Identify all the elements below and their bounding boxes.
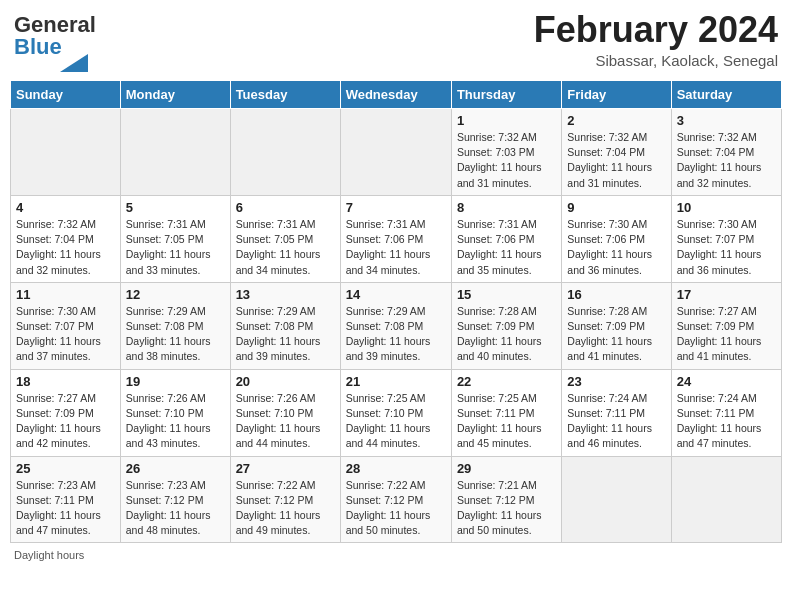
day-number: 20 <box>236 374 335 389</box>
day-cell: 23Sunrise: 7:24 AM Sunset: 7:11 PM Dayli… <box>562 369 671 456</box>
month-title: February 2024 <box>534 10 778 50</box>
day-cell <box>230 109 340 196</box>
day-number: 1 <box>457 113 556 128</box>
logo-text: General Blue <box>14 14 96 58</box>
day-cell <box>562 456 671 543</box>
svg-marker-0 <box>60 54 88 72</box>
day-number: 9 <box>567 200 665 215</box>
day-info: Sunrise: 7:27 AM Sunset: 7:09 PM Dayligh… <box>16 391 115 452</box>
day-info: Sunrise: 7:25 AM Sunset: 7:10 PM Dayligh… <box>346 391 446 452</box>
day-info: Sunrise: 7:31 AM Sunset: 7:05 PM Dayligh… <box>126 217 225 278</box>
day-number: 26 <box>126 461 225 476</box>
day-info: Sunrise: 7:23 AM Sunset: 7:11 PM Dayligh… <box>16 478 115 539</box>
day-cell: 1Sunrise: 7:32 AM Sunset: 7:03 PM Daylig… <box>451 109 561 196</box>
column-header-tuesday: Tuesday <box>230 81 340 109</box>
day-number: 3 <box>677 113 776 128</box>
day-info: Sunrise: 7:22 AM Sunset: 7:12 PM Dayligh… <box>236 478 335 539</box>
day-cell <box>11 109 121 196</box>
day-cell: 2Sunrise: 7:32 AM Sunset: 7:04 PM Daylig… <box>562 109 671 196</box>
day-number: 14 <box>346 287 446 302</box>
day-cell: 7Sunrise: 7:31 AM Sunset: 7:06 PM Daylig… <box>340 195 451 282</box>
day-info: Sunrise: 7:23 AM Sunset: 7:12 PM Dayligh… <box>126 478 225 539</box>
column-header-monday: Monday <box>120 81 230 109</box>
day-number: 19 <box>126 374 225 389</box>
day-number: 4 <box>16 200 115 215</box>
title-block: February 2024 Sibassar, Kaolack, Senegal <box>534 10 778 69</box>
day-cell: 14Sunrise: 7:29 AM Sunset: 7:08 PM Dayli… <box>340 282 451 369</box>
calendar-table: SundayMondayTuesdayWednesdayThursdayFrid… <box>10 80 782 543</box>
day-info: Sunrise: 7:32 AM Sunset: 7:04 PM Dayligh… <box>677 130 776 191</box>
day-info: Sunrise: 7:31 AM Sunset: 7:05 PM Dayligh… <box>236 217 335 278</box>
day-cell: 5Sunrise: 7:31 AM Sunset: 7:05 PM Daylig… <box>120 195 230 282</box>
day-number: 25 <box>16 461 115 476</box>
day-info: Sunrise: 7:30 AM Sunset: 7:07 PM Dayligh… <box>16 304 115 365</box>
header-row: SundayMondayTuesdayWednesdayThursdayFrid… <box>11 81 782 109</box>
day-cell: 12Sunrise: 7:29 AM Sunset: 7:08 PM Dayli… <box>120 282 230 369</box>
day-number: 6 <box>236 200 335 215</box>
day-cell <box>120 109 230 196</box>
day-info: Sunrise: 7:26 AM Sunset: 7:10 PM Dayligh… <box>236 391 335 452</box>
day-number: 29 <box>457 461 556 476</box>
day-info: Sunrise: 7:32 AM Sunset: 7:04 PM Dayligh… <box>567 130 665 191</box>
day-cell: 20Sunrise: 7:26 AM Sunset: 7:10 PM Dayli… <box>230 369 340 456</box>
day-number: 10 <box>677 200 776 215</box>
day-info: Sunrise: 7:32 AM Sunset: 7:04 PM Dayligh… <box>16 217 115 278</box>
day-info: Sunrise: 7:30 AM Sunset: 7:06 PM Dayligh… <box>567 217 665 278</box>
day-info: Sunrise: 7:22 AM Sunset: 7:12 PM Dayligh… <box>346 478 446 539</box>
day-info: Sunrise: 7:28 AM Sunset: 7:09 PM Dayligh… <box>457 304 556 365</box>
day-cell: 24Sunrise: 7:24 AM Sunset: 7:11 PM Dayli… <box>671 369 781 456</box>
day-info: Sunrise: 7:29 AM Sunset: 7:08 PM Dayligh… <box>236 304 335 365</box>
day-info: Sunrise: 7:27 AM Sunset: 7:09 PM Dayligh… <box>677 304 776 365</box>
week-row-1: 1Sunrise: 7:32 AM Sunset: 7:03 PM Daylig… <box>11 109 782 196</box>
logo: General Blue <box>14 14 96 72</box>
day-cell: 17Sunrise: 7:27 AM Sunset: 7:09 PM Dayli… <box>671 282 781 369</box>
day-info: Sunrise: 7:29 AM Sunset: 7:08 PM Dayligh… <box>126 304 225 365</box>
week-row-4: 18Sunrise: 7:27 AM Sunset: 7:09 PM Dayli… <box>11 369 782 456</box>
day-cell: 25Sunrise: 7:23 AM Sunset: 7:11 PM Dayli… <box>11 456 121 543</box>
day-number: 17 <box>677 287 776 302</box>
logo-icon <box>60 54 88 72</box>
day-number: 11 <box>16 287 115 302</box>
day-cell: 8Sunrise: 7:31 AM Sunset: 7:06 PM Daylig… <box>451 195 561 282</box>
day-info: Sunrise: 7:21 AM Sunset: 7:12 PM Dayligh… <box>457 478 556 539</box>
day-cell: 28Sunrise: 7:22 AM Sunset: 7:12 PM Dayli… <box>340 456 451 543</box>
day-info: Sunrise: 7:24 AM Sunset: 7:11 PM Dayligh… <box>677 391 776 452</box>
day-cell: 27Sunrise: 7:22 AM Sunset: 7:12 PM Dayli… <box>230 456 340 543</box>
day-number: 18 <box>16 374 115 389</box>
week-row-2: 4Sunrise: 7:32 AM Sunset: 7:04 PM Daylig… <box>11 195 782 282</box>
week-row-5: 25Sunrise: 7:23 AM Sunset: 7:11 PM Dayli… <box>11 456 782 543</box>
day-number: 22 <box>457 374 556 389</box>
day-info: Sunrise: 7:31 AM Sunset: 7:06 PM Dayligh… <box>346 217 446 278</box>
column-header-saturday: Saturday <box>671 81 781 109</box>
day-info: Sunrise: 7:32 AM Sunset: 7:03 PM Dayligh… <box>457 130 556 191</box>
day-info: Sunrise: 7:29 AM Sunset: 7:08 PM Dayligh… <box>346 304 446 365</box>
page-header: General Blue February 2024 Sibassar, Kao… <box>10 10 782 72</box>
day-cell: 3Sunrise: 7:32 AM Sunset: 7:04 PM Daylig… <box>671 109 781 196</box>
day-cell: 26Sunrise: 7:23 AM Sunset: 7:12 PM Dayli… <box>120 456 230 543</box>
day-cell <box>671 456 781 543</box>
day-cell: 4Sunrise: 7:32 AM Sunset: 7:04 PM Daylig… <box>11 195 121 282</box>
day-number: 2 <box>567 113 665 128</box>
day-number: 13 <box>236 287 335 302</box>
day-info: Sunrise: 7:31 AM Sunset: 7:06 PM Dayligh… <box>457 217 556 278</box>
footer-note: Daylight hours <box>10 549 782 561</box>
column-header-thursday: Thursday <box>451 81 561 109</box>
day-number: 24 <box>677 374 776 389</box>
day-number: 5 <box>126 200 225 215</box>
day-cell: 22Sunrise: 7:25 AM Sunset: 7:11 PM Dayli… <box>451 369 561 456</box>
day-number: 23 <box>567 374 665 389</box>
day-cell: 18Sunrise: 7:27 AM Sunset: 7:09 PM Dayli… <box>11 369 121 456</box>
day-cell: 21Sunrise: 7:25 AM Sunset: 7:10 PM Dayli… <box>340 369 451 456</box>
day-info: Sunrise: 7:24 AM Sunset: 7:11 PM Dayligh… <box>567 391 665 452</box>
column-header-friday: Friday <box>562 81 671 109</box>
day-cell: 16Sunrise: 7:28 AM Sunset: 7:09 PM Dayli… <box>562 282 671 369</box>
day-number: 28 <box>346 461 446 476</box>
day-info: Sunrise: 7:28 AM Sunset: 7:09 PM Dayligh… <box>567 304 665 365</box>
day-info: Sunrise: 7:30 AM Sunset: 7:07 PM Dayligh… <box>677 217 776 278</box>
column-header-sunday: Sunday <box>11 81 121 109</box>
day-info: Sunrise: 7:25 AM Sunset: 7:11 PM Dayligh… <box>457 391 556 452</box>
day-number: 16 <box>567 287 665 302</box>
week-row-3: 11Sunrise: 7:30 AM Sunset: 7:07 PM Dayli… <box>11 282 782 369</box>
day-number: 15 <box>457 287 556 302</box>
day-number: 8 <box>457 200 556 215</box>
